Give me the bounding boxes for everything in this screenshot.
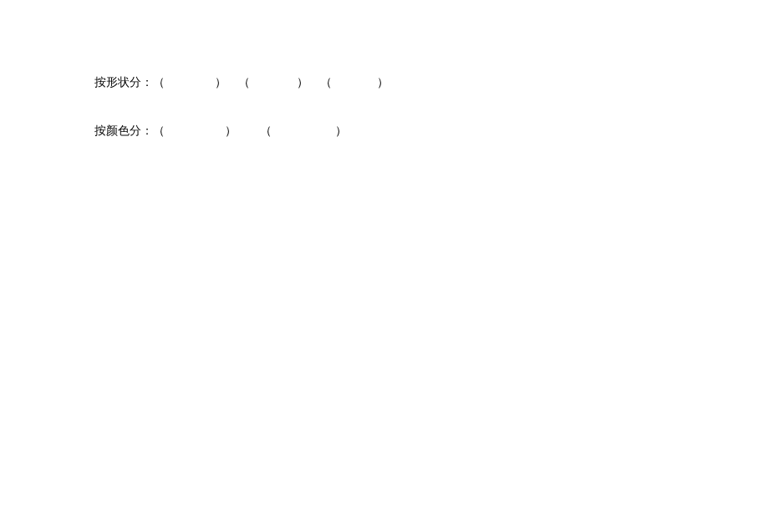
- paren-open: （: [153, 124, 165, 139]
- paren-close: ）: [335, 124, 347, 139]
- paren-close: ）: [225, 124, 237, 139]
- blank-group-shape-3: （ ）: [320, 75, 389, 90]
- paren-close: ）: [215, 75, 227, 90]
- blank-group-color-2: （ ）: [260, 124, 347, 139]
- blank-group-color-1: （ ）: [153, 124, 237, 139]
- line-by-shape: 按形状分： （ ） （ ） （ ）: [94, 75, 389, 90]
- label-by-color: 按颜色分：: [94, 124, 153, 139]
- label-by-shape: 按形状分：: [94, 75, 153, 90]
- paren-open: （: [153, 75, 165, 90]
- blank-group-shape-1: （ ）: [153, 75, 227, 90]
- worksheet-content: 按形状分： （ ） （ ） （ ） 按颜色分： （ ） （ ）: [94, 75, 389, 139]
- paren-close: ）: [297, 75, 308, 90]
- paren-open: （: [238, 75, 250, 90]
- blank-group-shape-2: （ ）: [238, 75, 308, 90]
- paren-open: （: [260, 124, 272, 139]
- paren-open: （: [320, 75, 332, 90]
- paren-close: ）: [377, 75, 389, 90]
- line-by-color: 按颜色分： （ ） （ ）: [94, 124, 389, 139]
